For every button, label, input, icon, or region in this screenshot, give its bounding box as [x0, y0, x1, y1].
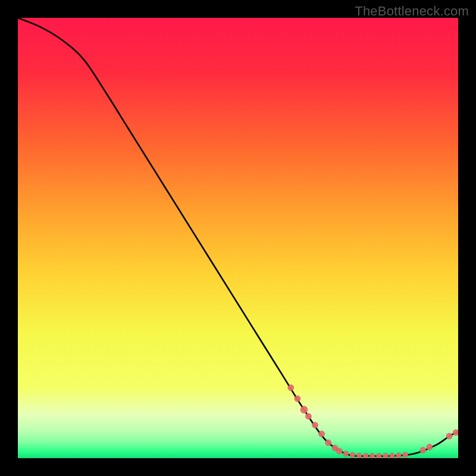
data-marker: [453, 430, 458, 436]
data-marker: [288, 385, 294, 391]
data-marker: [403, 452, 408, 458]
chart-svg: [18, 18, 458, 458]
data-marker: [390, 453, 395, 458]
data-marker: [336, 448, 342, 454]
data-marker: [343, 451, 349, 456]
data-marker: [369, 453, 375, 458]
data-marker: [363, 453, 368, 458]
data-marker: [319, 431, 325, 437]
chart-container: TheBottleneck.com: [0, 0, 476, 476]
data-marker: [300, 406, 308, 414]
data-marker: [356, 453, 362, 458]
data-marker: [427, 444, 433, 450]
plot-area: [18, 18, 458, 458]
data-marker: [312, 422, 318, 428]
data-marker: [383, 453, 388, 458]
data-marker: [396, 453, 402, 458]
data-marker: [295, 396, 300, 402]
gradient-background: [18, 18, 458, 458]
data-marker: [305, 414, 311, 419]
data-marker: [376, 453, 381, 458]
data-marker: [350, 452, 355, 458]
data-marker: [420, 447, 426, 453]
data-marker: [325, 440, 331, 446]
watermark-text: TheBottleneck.com: [355, 4, 469, 19]
data-marker: [446, 433, 452, 439]
